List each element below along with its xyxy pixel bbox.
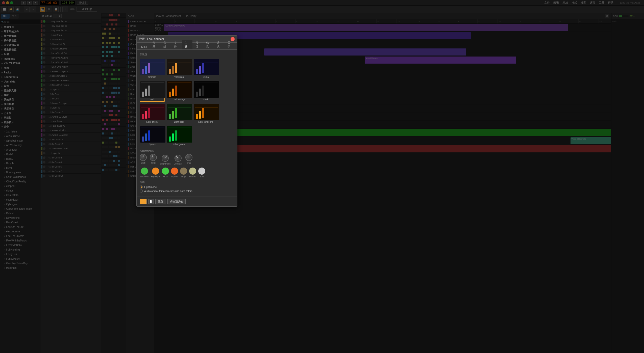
contrast-knob-label: Contrast [174,162,182,165]
swatch-item-mute: Mute [162,168,169,178]
modal-tab-关于[interactable]: 关于 [225,40,235,49]
brightness-knob[interactable] [160,153,170,163]
options-label: 选项 [140,180,234,184]
theme-card-dark-orange[interactable]: Dark orange [166,81,192,102]
reset-button[interactable]: 重置 [155,199,166,204]
saturation-knob-label: 饱调 [151,162,156,165]
theme-name-light-cherry: Light cherry [140,120,164,124]
theme-card-veela[interactable]: Veela [193,58,218,79]
modal-tab-主题[interactable]: 主题 [182,40,192,49]
light-mode-label: Light mode [144,186,157,188]
theme-name-light-tangerine: Light tangerine [194,120,218,124]
knobs-row: 色调 饱调 Brightness Contrast [140,154,234,165]
swatch-item-highlight: Highlight [151,168,160,178]
swatch-label-meters: Meters [189,175,196,178]
knob-text: 文本 [185,154,192,165]
modal-body: 预设值 UranianVenusianVeelaAshDark orangeDa… [137,50,237,197]
theme-name-dark: Dark [194,98,218,101]
knob-saturation: 饱调 [150,154,157,165]
color-preview-box[interactable] [140,199,147,204]
modal-tab-信息[interactable]: 信息 [204,40,214,49]
text-knob[interactable] [185,154,192,161]
modal-tab-MIDI[interactable]: MIDI [139,44,150,49]
modal-tabs: MIDI音频常规文件主题项目信息调试关于 [137,43,237,50]
knob-brightness: Brightness [160,155,171,165]
swatch-label-highlight: Highlight [151,175,160,178]
theme-card-sytrus[interactable]: Sytrus [140,126,165,147]
theme-card-ash[interactable]: Ash [140,81,165,102]
color-swatches: SelectionHighlightMuteOptionStepsMetersT… [140,168,234,178]
modal-overlay: 设置 - Look and feel ✕ MIDI音频常规文件主题项目信息调试关… [0,0,644,353]
swatch-highlight[interactable] [152,168,159,175]
note-colors-radio[interactable] [140,189,143,193]
swatch-item-text-swatch: Text [198,168,205,178]
swatch-meters[interactable] [189,168,196,175]
modal-tab-调试[interactable]: 调试 [214,40,224,49]
modal-tab-常规[interactable]: 常规 [161,40,171,49]
theme-card-uranian[interactable]: Uranian [140,58,165,79]
text-knob-label: 文本 [187,162,191,165]
theme-card-ultra-green[interactable]: Ultra green [166,126,192,147]
swatch-label-option: Option [171,175,178,178]
swatch-option[interactable] [171,168,178,175]
swatch-item-meters: Meters [189,168,196,178]
note-colors-row: Audio and automation clips use note colo… [140,189,234,193]
color-knob-label: 色调 [141,162,145,165]
theme-name-dark-orange: Dark orange [167,98,191,101]
swatch-mute[interactable] [162,168,169,175]
saturation-knob[interactable] [148,153,158,162]
settings-modal: 设置 - Look and feel ✕ MIDI音频常规文件主题项目信息调试关… [136,35,237,207]
brightness-knob-label: Brightness [160,162,171,165]
modal-tab-项目[interactable]: 项目 [193,40,203,49]
contrast-knob[interactable] [173,153,183,163]
theme-card-light-tangerine[interactable]: Light tangerine [193,103,218,124]
swatch-label-steps: Steps [181,175,187,178]
theme-card-light-cherry[interactable]: Light cherry [140,103,165,124]
swatch-item-steps: Steps [180,168,187,178]
section-presets-label: 预设值 [140,53,234,56]
theme-card-light-pear[interactable]: Light pear [166,103,192,124]
theme-name-venusian: Venusian [167,75,191,79]
knob-contrast: Contrast [174,155,182,165]
themes-grid: UranianVenusianVeelaAshDark orangeDarkLi… [140,58,234,147]
swatch-steps[interactable] [180,168,187,175]
modal-tab-文件[interactable]: 文件 [171,40,182,49]
modal-tab-音频[interactable]: 音频 [150,40,160,49]
swatch-label-selection: Selection [140,175,149,178]
options-section: 选项 Light mode Audio and automation clips… [140,180,234,193]
light-mode-radio[interactable] [140,185,143,188]
swatch-text-swatch[interactable] [198,168,205,175]
theme-name-ash: Ash [140,98,164,101]
bold-button[interactable]: B [148,199,154,204]
swatch-item-option: Option [171,168,178,178]
adjustments-label: Adjustments [140,150,234,152]
theme-name-ultra-green: Ultra green [167,143,191,146]
light-mode-row: Light mode [140,185,234,188]
theme-name-sytrus: Sytrus [140,143,164,146]
theme-name-light-pear: Light pear [167,120,191,124]
theme-card-dark[interactable]: Dark [193,81,218,102]
theme-name-uranian: Uranian [140,75,164,79]
knob-color: 色调 [140,154,147,165]
color-knob[interactable] [140,154,147,161]
swatch-label-mute: Mute [163,175,168,178]
note-colors-label: Audio and automation clips use note colo… [144,190,192,193]
theme-name-veela: Veela [194,75,218,79]
theme-card-venusian[interactable]: Venusian [166,58,192,79]
adjustments-section: Adjustments 色调 饱调 Brightness [140,150,234,178]
modal-footer: B 重置 保存预设值 [137,197,237,206]
swatch-label-text-swatch: Text [200,175,204,178]
swatch-selection[interactable] [141,168,148,175]
swatch-item-selection: Selection [140,168,149,178]
save-preset-button[interactable]: 保存预设值 [167,199,186,204]
